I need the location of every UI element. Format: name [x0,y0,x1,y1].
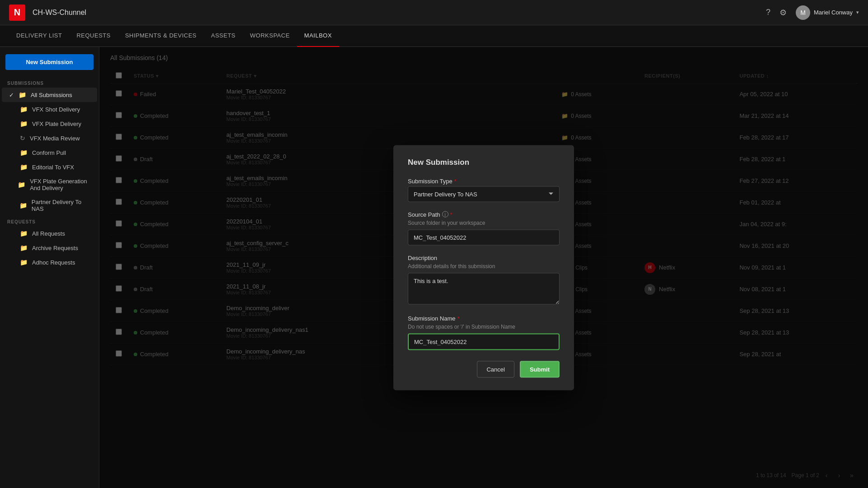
submission-type-group: Submission Type * Partner Delivery To NA… [408,177,560,202]
sidebar-label-vfx-plate-delivery: VFX Plate Delivery [32,121,81,127]
user-avatar: M [796,5,810,20]
main-nav: DELIVERY LIST REQUESTS SHIPMENTS & DEVIC… [0,25,868,47]
submission-name-hint: Do not use spaces or '/' in Submission N… [408,323,560,330]
sidebar-label-partner-delivery: Partner Delivery To NAS [32,199,90,212]
user-menu[interactable]: M Mariel Conway ▾ [796,5,859,20]
info-icon[interactable]: i [442,211,448,218]
new-submission-button[interactable]: New Submission [5,54,93,70]
sidebar-item-editorial-to-vfx[interactable]: 📁 Editorial To VFX [2,160,97,174]
submission-name-group: Submission Name * Do not use spaces or '… [408,315,560,350]
sidebar-item-vfx-plate-gen[interactable]: 📁 VFX Plate Generation And Delivery [2,174,97,195]
source-path-hint: Source folder in your workspace [408,219,560,226]
sidebar-label-all-requests: All Requests [32,230,65,237]
sidebar: New Submission SUBMISSIONS ✓ 📁 All Submi… [0,47,99,488]
sidebar-item-vfx-plate-delivery[interactable]: 📁 VFX Plate Delivery [2,116,97,131]
description-group: Description Additional details for this … [408,254,560,306]
folder-icon: 📁 [19,91,26,98]
submission-type-select[interactable]: Partner Delivery To NASVFX Shot Delivery… [408,186,560,202]
sidebar-item-vfx-shot-delivery[interactable]: 📁 VFX Shot Delivery [2,102,97,116]
main-layout: New Submission SUBMISSIONS ✓ 📁 All Submi… [0,47,868,488]
submission-name-input[interactable] [408,333,560,350]
sidebar-label-conform-pull: Conform Pull [32,149,66,156]
folder-icon: 📁 [19,202,27,209]
check-icon: ✓ [9,92,14,98]
app-header: N CH-WS-Chunnel ? ⚙ M Mariel Conway ▾ [0,0,868,25]
app-title: CH-WS-Chunnel [33,9,86,17]
sidebar-item-all-submissions[interactable]: ✓ 📁 All Submissions [2,88,97,102]
modal-title: New Submission [408,158,560,167]
nav-shipments-devices[interactable]: SHIPMENTS & DEVICES [118,25,204,47]
description-label: Description [408,254,560,261]
submit-button[interactable]: Submit [520,361,560,377]
sidebar-label-adhoc-requests: Adhoc Requests [32,259,75,266]
nav-mailbox[interactable]: MAILBOX [297,25,339,47]
source-path-label: Source Path i * [408,211,560,218]
folder-icon: 📁 [20,244,28,251]
sidebar-label-all-submissions: All Submissions [31,92,72,98]
sidebar-item-adhoc-requests[interactable]: 📁 Adhoc Requests [2,255,97,270]
folder-icon: 📁 [20,120,28,127]
netflix-logo: N [9,5,25,21]
new-submission-modal: New Submission Submission Type * Partner… [393,145,574,390]
description-hint: Additional details for this submission [408,263,560,269]
nav-delivery-list[interactable]: DELIVERY LIST [9,25,69,47]
content-area: All Submissions (14) Status ▾ Request ▾ … [99,47,868,488]
submission-type-label: Submission Type * [408,177,560,184]
source-path-group: Source Path i * Source folder in your wo… [408,211,560,245]
required-indicator: * [454,177,457,184]
sidebar-label-vfx-shot-delivery: VFX Shot Delivery [32,106,80,113]
sidebar-label-vfx-plate-gen: VFX Plate Generation And Delivery [30,178,90,191]
folder-icon: 📁 [20,230,28,237]
sidebar-item-archive-requests[interactable]: 📁 Archive Requests [2,241,97,255]
modal-actions: Cancel Submit [408,361,560,377]
cancel-button[interactable]: Cancel [477,361,514,377]
chevron-down-icon: ▾ [856,9,859,15]
folder-icon: 📁 [20,259,28,266]
required-indicator: * [450,211,453,218]
folder-icon: 📁 [18,181,25,188]
nav-assets[interactable]: ASSETS [204,25,243,47]
help-icon[interactable]: ? [766,8,770,17]
requests-section-label: REQUESTS [0,216,99,226]
folder-icon: 📁 [20,163,28,171]
folder-icon: 📁 [20,149,28,156]
folder-icon: 📁 [20,106,28,113]
source-path-input[interactable] [408,229,560,245]
user-name: Mariel Conway [814,9,853,16]
submission-name-label: Submission Name * [408,315,560,321]
sidebar-item-conform-pull[interactable]: 📁 Conform Pull [2,145,97,160]
settings-icon[interactable]: ⚙ [779,8,787,18]
header-icons: ? ⚙ M Mariel Conway ▾ [766,5,859,20]
sidebar-item-partner-delivery[interactable]: 📁 Partner Delivery To NAS [2,195,97,216]
submissions-section-label: SUBMISSIONS [0,77,99,88]
sidebar-label-vfx-media-review: VFX Media Review [30,135,80,142]
nav-workspace[interactable]: WORKSPACE [243,25,297,47]
nav-requests[interactable]: REQUESTS [69,25,118,47]
sidebar-item-vfx-media-review[interactable]: ↻ VFX Media Review [2,131,97,145]
sidebar-label-editorial-to-vfx: Editorial To VFX [32,164,74,171]
required-indicator: * [457,315,460,321]
sidebar-item-all-requests[interactable]: 📁 All Requests [2,226,97,241]
sidebar-label-archive-requests: Archive Requests [32,245,78,251]
description-textarea[interactable] [408,273,560,304]
refresh-icon: ↻ [20,135,25,142]
